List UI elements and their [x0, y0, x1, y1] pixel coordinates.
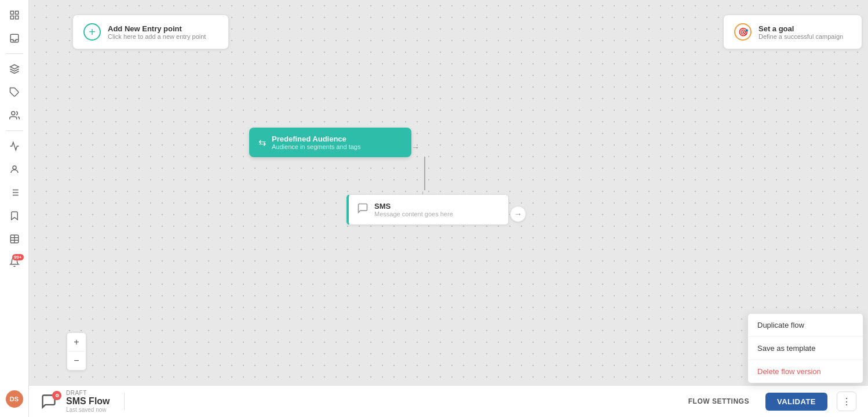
set-goal-card[interactable]: 🎯 Set a goal Define a successful campaig… [723, 14, 862, 49]
more-options-button[interactable]: ⋮ [837, 391, 856, 411]
audience-icon: ⇆ [258, 137, 266, 148]
sidebar-item-table[interactable] [3, 229, 26, 249]
set-goal-subtitle: Define a successful campaign [758, 33, 843, 40]
dropdown-menu: Duplicate flow Save as template Delete f… [747, 313, 863, 383]
svg-point-8 [13, 166, 16, 169]
notification-bell[interactable]: 99+ [3, 252, 26, 273]
sidebar-item-bookmark[interactable] [3, 205, 26, 226]
add-entry-plus-icon: + [83, 23, 101, 41]
add-entry-title: Add New Entry point [108, 24, 206, 33]
flow-info: DRAFT SMS Flow Last saved now [66, 390, 110, 413]
add-entry-subtitle: Click here to add a new entry point [108, 33, 206, 40]
notification-count: 99+ [12, 254, 24, 260]
sidebar-item-users[interactable] [3, 105, 26, 126]
sidebar-item-people[interactable] [3, 159, 26, 180]
sms-node-subtitle: Message content goes here [374, 211, 453, 217]
flow-icon-box: ⚙ [41, 393, 57, 409]
svg-rect-3 [15, 16, 18, 19]
zoom-in-button[interactable]: + [67, 333, 86, 351]
user-avatar[interactable]: DS [6, 390, 23, 408]
sidebar-item-tag[interactable] [3, 82, 26, 103]
dropdown-item-delete[interactable]: Delete flow version [748, 360, 863, 383]
audience-node-title: Predefined Audience [272, 135, 361, 143]
svg-marker-5 [10, 65, 19, 70]
sidebar-divider [6, 53, 23, 54]
sidebar-item-list[interactable] [3, 182, 26, 203]
canvas-area: + Add New Entry point Click here to add … [29, 0, 868, 417]
sms-node-title: SMS [374, 202, 453, 211]
sidebar: 99+ DS [0, 0, 29, 417]
audience-right-arrow: → [411, 143, 420, 152]
sms-node[interactable]: SMS Message content goes here [347, 194, 509, 225]
validate-button[interactable]: VALIDATE [765, 393, 827, 411]
connector-line [424, 157, 425, 190]
draft-label: DRAFT [66, 390, 110, 396]
sms-icon [357, 202, 369, 217]
bottom-bar-divider [124, 393, 125, 410]
sidebar-divider-2 [6, 130, 23, 131]
sidebar-item-inbox[interactable] [3, 28, 26, 49]
flow-settings-button[interactable]: FLOW SETTINGS [681, 394, 756, 409]
dropdown-item-save-template[interactable]: Save as template [748, 337, 863, 360]
goal-icon: 🎯 [734, 23, 752, 41]
audience-node-subtitle: Audience in segments and tags [272, 143, 361, 150]
dropdown-item-duplicate[interactable]: Duplicate flow [748, 314, 863, 337]
svg-point-7 [11, 111, 14, 115]
svg-rect-0 [10, 11, 13, 14]
svg-rect-1 [15, 11, 18, 14]
flow-settings-dot: ⚙ [52, 391, 61, 400]
svg-rect-2 [10, 16, 13, 19]
flow-saved-label: Last saved now [66, 407, 110, 413]
set-goal-title: Set a goal [758, 24, 843, 33]
add-entry-card[interactable]: + Add New Entry point Click here to add … [72, 14, 229, 49]
sms-next-arrow[interactable]: → [510, 206, 526, 222]
bottom-bar: ⚙ DRAFT SMS Flow Last saved now FLOW SET… [29, 385, 868, 417]
sidebar-item-layers[interactable] [3, 59, 26, 79]
zoom-out-button[interactable]: − [67, 351, 86, 370]
flow-name: SMS Flow [66, 396, 110, 407]
audience-node[interactable]: ⇆ Predefined Audience Audience in segmen… [249, 128, 411, 157]
sidebar-item-grid[interactable] [3, 5, 26, 26]
sidebar-item-chart[interactable] [3, 136, 26, 157]
zoom-controls: + − [67, 332, 86, 371]
